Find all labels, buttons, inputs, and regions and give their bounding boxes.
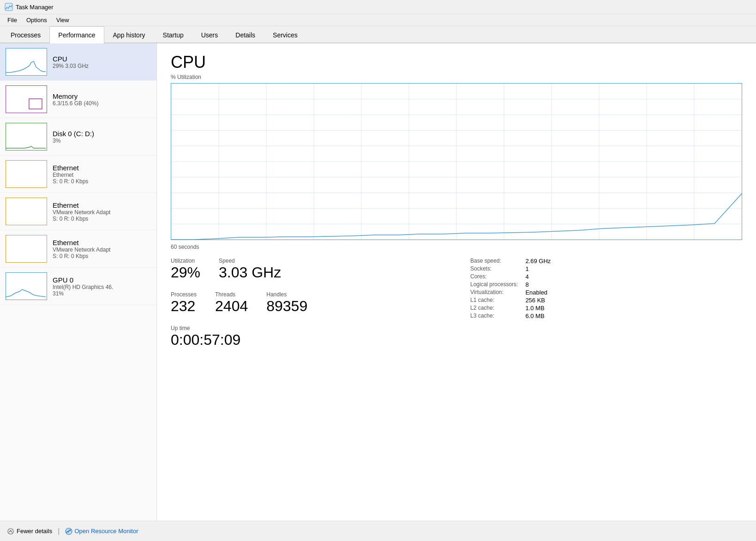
gpu-sublabel: Intel(R) HD Graphics 46. (53, 284, 151, 290)
ethernet3-sublabel: VMware Network Adapt (53, 246, 151, 253)
sidebar-item-cpu[interactable]: CPU 29% 3.03 GHz (0, 43, 156, 81)
sidebar-item-disk[interactable]: Disk 0 (C: D:) 3% (0, 118, 156, 156)
l3-cache-value: 6.0 MB (525, 313, 742, 319)
speed-label: Speed (219, 258, 281, 264)
tab-details[interactable]: Details (227, 26, 264, 43)
logical-processors-value: 8 (525, 281, 742, 288)
resource-monitor-icon (65, 528, 72, 535)
gpu-label: GPU 0 (53, 276, 151, 284)
uptime-block: Up time 0:00:57:09 (171, 325, 443, 349)
gpu-sidebar-info: GPU 0 Intel(R) HD Graphics 46. 31% (53, 276, 151, 297)
virtualization-label: Virtualization: (470, 289, 518, 295)
bottom-bar: Fewer details | Open Resource Monitor (0, 521, 756, 541)
sockets-label: Sockets: (470, 265, 518, 272)
svg-point-24 (8, 529, 13, 534)
memory-thumbnail (6, 85, 47, 113)
tab-performance[interactable]: Performance (49, 26, 104, 43)
cores-label: Cores: (470, 273, 518, 280)
memory-stat: 6.3/15.6 GB (40%) (53, 100, 151, 107)
disk-sidebar-info: Disk 0 (C: D:) 3% (53, 130, 151, 144)
ethernet2-thumbnail (6, 198, 47, 225)
virtualization-value: Enabled (525, 289, 742, 296)
title-bar: Task Manager (0, 0, 756, 14)
processes-label: Processes (171, 291, 197, 298)
speed-value: 3.03 GHz (219, 264, 281, 281)
processes-value: 232 (171, 298, 197, 315)
gpu-stat: 31% (53, 290, 151, 297)
l3-cache-label: L3 cache: (470, 313, 518, 319)
tab-processes[interactable]: Processes (2, 26, 49, 43)
cpu-sidebar-info: CPU 29% 3.03 GHz (53, 55, 151, 69)
ethernet2-stat: S: 0 R: 0 Kbps (53, 216, 151, 222)
l1-cache-value: 256 KB (525, 297, 742, 304)
disk-stat: 3% (53, 138, 151, 144)
tab-bar: Processes Performance App history Startu… (0, 26, 756, 43)
menu-file[interactable]: File (4, 15, 21, 25)
base-speed-value: 2.69 GHz (525, 258, 742, 264)
ethernet3-label: Ethernet (53, 239, 151, 246)
open-resource-monitor-button[interactable]: Open Resource Monitor (65, 528, 138, 535)
menu-bar: File Options View (0, 14, 756, 26)
menu-view[interactable]: View (53, 15, 73, 25)
content-area: CPU % Utilization (157, 43, 756, 529)
cpu-detail-title: CPU (171, 53, 742, 72)
memory-sidebar-info: Memory 6.3/15.6 GB (40%) (53, 92, 151, 107)
title-bar-text: Task Manager (16, 4, 54, 11)
disk-label: Disk 0 (C: D:) (53, 130, 151, 138)
ethernet1-thumbnail (6, 160, 47, 188)
right-stats-grid: Base speed: 2.69 GHz Sockets: 1 Cores: 4… (470, 258, 742, 319)
ethernet3-stat: S: 0 R: 0 Kbps (53, 253, 151, 259)
menu-options[interactable]: Options (23, 15, 51, 25)
ethernet1-label: Ethernet (53, 164, 151, 172)
right-details: Base speed: 2.69 GHz Sockets: 1 Cores: 4… (470, 258, 742, 354)
sidebar-item-ethernet1[interactable]: Ethernet Ethernet S: 0 R: 0 Kbps (0, 156, 156, 193)
ethernet1-sublabel: Ethernet (53, 172, 151, 178)
sidebar-item-gpu[interactable]: GPU 0 Intel(R) HD Graphics 46. 31% (0, 268, 156, 305)
memory-label: Memory (53, 92, 151, 100)
sidebar-item-ethernet3[interactable]: Ethernet VMware Network Adapt S: 0 R: 0 … (0, 230, 156, 268)
handles-label: Handles (266, 291, 307, 298)
time-label: 60 seconds (171, 244, 742, 250)
speed-block: Speed 3.03 GHz (219, 258, 281, 281)
handles-value: 89359 (266, 298, 307, 315)
chevron-up-icon (7, 528, 14, 535)
handles-block: Handles 89359 (266, 291, 307, 315)
ethernet3-thumbnail (6, 235, 47, 263)
l2-cache-value: 1.0 MB (525, 305, 742, 312)
utilization-value: 29% (171, 264, 200, 281)
sidebar-item-ethernet2[interactable]: Ethernet VMware Network Adapt S: 0 R: 0 … (0, 193, 156, 230)
bottom-separator: | (58, 527, 60, 535)
tab-app-history[interactable]: App history (104, 26, 154, 43)
l1-cache-label: L1 cache: (470, 297, 518, 303)
fewer-details-label: Fewer details (17, 528, 52, 535)
base-speed-label: Base speed: (470, 258, 518, 264)
utilization-label: Utilization (171, 258, 200, 264)
tab-startup[interactable]: Startup (154, 26, 192, 43)
threads-value: 2404 (215, 298, 248, 315)
threads-label: Threads (215, 291, 248, 298)
open-resource-monitor-label: Open Resource Monitor (74, 528, 138, 535)
utilization-block: Utilization 29% (171, 258, 200, 281)
fewer-details-button[interactable]: Fewer details (7, 528, 52, 535)
tab-services[interactable]: Services (264, 26, 306, 43)
l2-cache-label: L2 cache: (470, 305, 518, 311)
ethernet2-sidebar-info: Ethernet VMware Network Adapt S: 0 R: 0 … (53, 201, 151, 222)
ethernet2-label: Ethernet (53, 201, 151, 209)
cpu-graph (171, 83, 742, 240)
gpu-thumbnail (6, 272, 47, 300)
uptime-value: 0:00:57:09 (171, 331, 443, 349)
processes-block: Processes 232 (171, 291, 197, 315)
cpu-stat: 29% 3.03 GHz (53, 63, 151, 69)
logical-processors-label: Logical processors: (470, 281, 518, 288)
threads-block: Threads 2404 (215, 291, 248, 315)
sidebar: CPU 29% 3.03 GHz Memory 6.3/15.6 GB (40%… (0, 43, 157, 529)
ethernet3-sidebar-info: Ethernet VMware Network Adapt S: 0 R: 0 … (53, 239, 151, 259)
cpu-thumbnail (6, 48, 47, 76)
uptime-label: Up time (171, 325, 443, 331)
svg-rect-1 (29, 99, 42, 109)
left-stats: Utilization 29% Speed 3.03 GHz Processes… (171, 258, 443, 354)
sidebar-item-memory[interactable]: Memory 6.3/15.6 GB (40%) (0, 81, 156, 118)
disk-thumbnail (6, 123, 47, 150)
utilization-graph-label: % Utilization (171, 74, 742, 80)
tab-users[interactable]: Users (192, 26, 227, 43)
